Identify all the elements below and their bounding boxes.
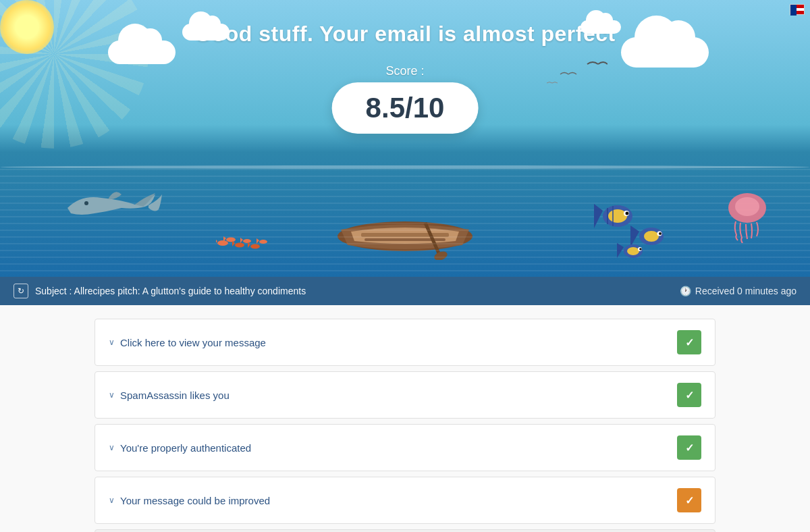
info-bar: ↻ Subject : Allrecipes pitch: A glutton'… [0, 277, 810, 305]
ocean-scene: Good stuff. Your email is almost perfect… [0, 0, 810, 277]
cloud-1 [108, 41, 176, 64]
svg-point-11 [259, 240, 267, 244]
accordion-badge-view-message: ✓ [677, 330, 701, 354]
cloud-4 [580, 20, 621, 34]
content-area: ∨Click here to view your message✓∨SpamAs… [0, 305, 810, 532]
dolphin [68, 181, 162, 231]
accordion-label-spamassassin: SpamAssassin likes you [120, 390, 230, 401]
chevron-icon-authentication: ∨ [109, 443, 115, 452]
svg-point-27 [735, 197, 759, 216]
score-value: 8.5/10 [332, 82, 479, 134]
chevron-icon-spamassassin: ∨ [109, 390, 115, 400]
accordion-item-blacklists[interactable]: ›You're listed in 3 blacklists-1.5 [94, 529, 716, 532]
refresh-button[interactable]: ↻ [14, 284, 28, 298]
svg-point-7 [226, 238, 236, 242]
accordion-left-improve: ∨Your message could be improved [109, 495, 270, 506]
svg-point-9 [243, 239, 251, 243]
accordion-left-spamassassin: ∨SpamAssassin likes you [109, 390, 230, 401]
accordion-item-spamassassin[interactable]: ∨SpamAssassin likes you✓ [94, 371, 716, 419]
received-time: Received 0 minutes ago [695, 286, 796, 296]
cloud-3 [621, 37, 709, 68]
accordion-badge-improve: ✓ [677, 488, 701, 512]
accordion-label-improve: Your message could be improved [120, 495, 270, 506]
svg-point-15 [626, 212, 629, 215]
accordion-badge-spamassassin: ✓ [677, 383, 701, 407]
accordion-left-authentication: ∨You're properly authenticated [109, 442, 251, 454]
birds [547, 57, 608, 94]
accordion-item-improve[interactable]: ∨Your message could be improved✓ [94, 477, 716, 524]
info-bar-right: 🕐 Received 0 minutes ago [680, 286, 796, 296]
small-fish-school [216, 233, 277, 256]
svg-point-19 [644, 231, 659, 242]
accordion-label-view-message: Click here to view your message [120, 337, 266, 348]
language-flag[interactable] [790, 4, 805, 15]
clock-icon: 🕐 [680, 286, 691, 296]
accordion-item-view-message[interactable]: ∨Click here to view your message✓ [94, 319, 716, 366]
svg-point-25 [639, 248, 642, 250]
score-container: Score : 8.5/10 [332, 64, 479, 134]
accordion-badge-authentication: ✓ [677, 435, 701, 460]
chevron-icon-improve: ∨ [109, 496, 115, 505]
svg-point-13 [608, 209, 627, 223]
svg-point-10 [250, 244, 260, 249]
svg-point-5 [84, 201, 88, 205]
email-subject: Subject : Allrecipes pitch: A glutton's … [35, 286, 306, 296]
accordion-left-view-message: ∨Click here to view your message [109, 337, 266, 348]
svg-point-21 [659, 232, 662, 235]
score-label: Score : [332, 64, 479, 78]
accordion-container: ∨Click here to view your message✓∨SpamAs… [94, 319, 716, 532]
svg-point-8 [235, 243, 244, 248]
tropical-fish [594, 196, 675, 266]
cloud-2 [182, 24, 230, 41]
accordion-item-authentication[interactable]: ∨You're properly authenticated✓ [94, 424, 716, 471]
jellyfish [726, 189, 770, 246]
chevron-icon-view-message: ∨ [109, 338, 115, 347]
svg-point-23 [627, 247, 639, 255]
svg-point-6 [217, 240, 228, 246]
info-bar-left: ↻ Subject : Allrecipes pitch: A glutton'… [14, 284, 306, 298]
accordion-label-authentication: You're properly authenticated [120, 442, 251, 454]
